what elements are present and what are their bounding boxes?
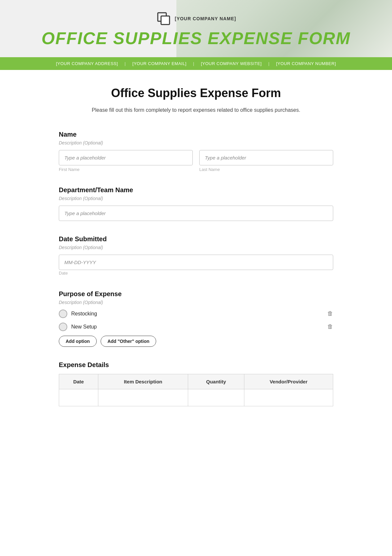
- first-name-input[interactable]: [59, 150, 193, 165]
- expense-details-section: Expense Details Date Item Description Qu…: [59, 361, 333, 406]
- radio-option-new-setup: New Setup 🗑: [59, 323, 333, 331]
- page-title: Office Supplies Expense Form: [59, 86, 333, 100]
- company-number: [YOUR COMPANY NUMBER]: [276, 61, 336, 66]
- table-cell-vendor: [244, 389, 333, 406]
- name-section: Name Description (Optional) First Name L…: [59, 131, 333, 172]
- department-section-label: Department/Team Name: [59, 186, 333, 194]
- date-section-label: Date Submitted: [59, 235, 333, 243]
- radio-left-new-setup: New Setup: [59, 323, 97, 331]
- table-cell-quantity: [188, 389, 244, 406]
- separator-1: |: [124, 61, 126, 66]
- header-form-title: OFFICE SUPPLIES EXPENSE FORM: [41, 30, 351, 47]
- expense-table-body: [59, 389, 333, 406]
- last-name-sublabel: Last Name: [199, 167, 333, 172]
- delete-icon-restocking[interactable]: 🗑: [327, 310, 333, 317]
- name-input-row: First Name Last Name: [59, 150, 333, 172]
- company-name-text: [YOUR COMPANY NAME]: [175, 16, 236, 21]
- radio-left-restocking: Restocking: [59, 310, 97, 318]
- delete-icon-new-setup[interactable]: 🗑: [327, 323, 333, 330]
- first-name-group: First Name: [59, 150, 193, 172]
- add-other-option-button[interactable]: Add "Other" option: [101, 336, 156, 347]
- company-logo-icon: [156, 11, 172, 26]
- department-input[interactable]: [59, 206, 333, 221]
- page-subtitle: Please fill out this form completely to …: [59, 106, 333, 114]
- separator-2: |: [193, 61, 194, 66]
- purpose-section: Purpose of Expense Description (Optional…: [59, 290, 333, 347]
- expense-table-header-row: Date Item Description Quantity Vendor/Pr…: [59, 374, 333, 389]
- company-website: [YOUR COMPANY WEBSITE]: [201, 61, 262, 66]
- table-header-date: Date: [59, 374, 98, 389]
- radio-label-restocking: Restocking: [71, 311, 97, 317]
- date-section-description: Description (Optional): [59, 245, 333, 250]
- table-cell-item-description: [98, 389, 188, 406]
- svg-rect-1: [161, 16, 170, 25]
- name-section-description: Description (Optional): [59, 140, 333, 145]
- company-address: [YOUR COMPANY ADDRESS]: [56, 61, 118, 66]
- date-input[interactable]: [59, 255, 333, 270]
- date-sublabel: Date: [59, 271, 68, 276]
- table-header-item-description: Item Description: [98, 374, 188, 389]
- add-option-button[interactable]: Add option: [59, 336, 97, 347]
- date-section: Date Submitted Description (Optional) Da…: [59, 235, 333, 276]
- main-content: Office Supplies Expense Form Please fill…: [46, 70, 346, 440]
- table-row: [59, 389, 333, 406]
- logo-row: [YOUR COMPANY NAME]: [156, 11, 236, 26]
- last-name-input[interactable]: [199, 150, 333, 165]
- table-header-vendor: Vendor/Provider: [244, 374, 333, 389]
- department-section-description: Description (Optional): [59, 196, 333, 201]
- radio-option-restocking: Restocking 🗑: [59, 310, 333, 318]
- radio-circle-new-setup[interactable]: [59, 323, 67, 331]
- department-section: Department/Team Name Description (Option…: [59, 186, 333, 221]
- purpose-section-description: Description (Optional): [59, 300, 333, 305]
- expense-table: Date Item Description Quantity Vendor/Pr…: [59, 374, 333, 406]
- add-options-row: Add option Add "Other" option: [59, 336, 333, 347]
- table-cell-date: [59, 389, 98, 406]
- expense-table-head: Date Item Description Quantity Vendor/Pr…: [59, 374, 333, 389]
- separator-3: |: [268, 61, 270, 66]
- header-logo-area: [YOUR COMPANY NAME] OFFICE SUPPLIES EXPE…: [26, 11, 366, 47]
- name-section-label: Name: [59, 131, 333, 138]
- company-email: [YOUR COMPANY EMAIL]: [132, 61, 187, 66]
- info-bar: [YOUR COMPANY ADDRESS] | [YOUR COMPANY E…: [0, 57, 392, 70]
- radio-label-new-setup: New Setup: [71, 324, 97, 330]
- header-banner: [YOUR COMPANY NAME] OFFICE SUPPLIES EXPE…: [0, 0, 392, 57]
- radio-circle-restocking[interactable]: [59, 310, 67, 318]
- expense-details-label: Expense Details: [59, 361, 333, 369]
- first-name-sublabel: First Name: [59, 167, 193, 172]
- purpose-section-label: Purpose of Expense: [59, 290, 333, 298]
- table-header-quantity: Quantity: [188, 374, 244, 389]
- last-name-group: Last Name: [199, 150, 333, 172]
